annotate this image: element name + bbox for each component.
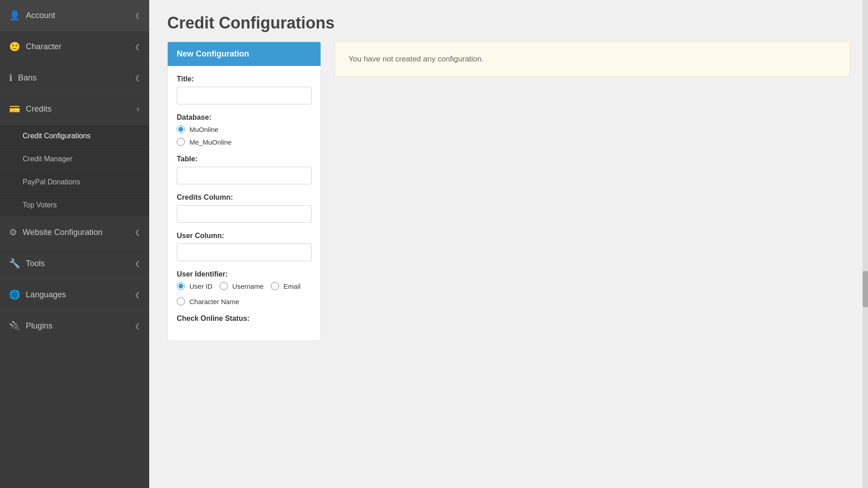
user-identifier-option-user-id[interactable]: User ID — [177, 282, 212, 290]
account-chevron: ❮ — [135, 12, 140, 19]
database-radio-me-muonline[interactable] — [177, 138, 185, 146]
check-online-label: Check Online Status: — [177, 314, 311, 323]
credits-icon: 💳 — [9, 103, 20, 114]
sidebar-item-bans-label: Bans — [18, 73, 37, 83]
database-radio-muonline[interactable] — [177, 125, 185, 133]
database-field-group: Database: MuOnline Me_MuOnline — [177, 113, 311, 146]
sidebar: 👤 Account ❮ 🙂 Character ❮ ℹ Bans ❮ 💳 Cre… — [0, 0, 149, 488]
user-identifier-username-label: Username — [232, 282, 264, 290]
config-panel-body: Title: Database: MuOnline Me_MuOnline — [168, 66, 321, 341]
sidebar-item-plugins-label: Plugins — [26, 321, 52, 331]
plugins-icon: 🔌 — [9, 320, 20, 331]
scrollbar-thumb[interactable] — [863, 271, 868, 307]
user-identifier-radio-row: User ID Username Email Character Na — [177, 282, 311, 305]
tools-icon: 🔧 — [9, 258, 20, 269]
sidebar-sub-credit-configurations[interactable]: Credit Configurations — [0, 125, 149, 148]
user-column-input[interactable] — [177, 244, 311, 261]
title-field-group: Title: — [177, 75, 311, 104]
sidebar-item-character-label: Character — [26, 42, 61, 52]
database-label: Database: — [177, 113, 311, 122]
user-column-field-group: User Column: — [177, 232, 311, 261]
tools-chevron: ❮ — [135, 260, 140, 267]
check-online-field-group: Check Online Status: — [177, 314, 311, 323]
title-label: Title: — [177, 75, 311, 83]
info-box-message: You have not created any configuration. — [349, 55, 484, 63]
main-content: Credit Configurations New Configuration … — [149, 0, 868, 488]
bans-chevron: ❮ — [135, 74, 140, 81]
page-title: Credit Configurations — [149, 0, 868, 42]
config-panel-header: New Configuration — [168, 42, 321, 66]
database-radio-group: MuOnline Me_MuOnline — [177, 125, 311, 146]
database-option-me-muonline[interactable]: Me_MuOnline — [177, 138, 311, 146]
character-chevron: ❮ — [135, 43, 140, 50]
user-identifier-user-id-label: User ID — [189, 282, 212, 290]
user-column-label: User Column: — [177, 232, 311, 240]
user-identifier-radio-user-id[interactable] — [177, 282, 185, 290]
bans-icon: ℹ — [9, 72, 13, 83]
user-identifier-character-name-label: Character Name — [189, 298, 239, 305]
table-input[interactable] — [177, 167, 311, 184]
plugins-chevron: ❮ — [135, 322, 140, 329]
user-identifier-label: User Identifier: — [177, 270, 311, 278]
user-identifier-radio-username[interactable] — [220, 282, 228, 290]
sidebar-item-plugins[interactable]: 🔌 Plugins ❮ — [0, 310, 149, 342]
user-identifier-radio-character-name[interactable] — [177, 297, 185, 305]
sidebar-item-website-configuration[interactable]: ⚙ Website Configuration ❮ — [0, 217, 149, 248]
table-field-group: Table: — [177, 155, 311, 184]
sidebar-item-languages-label: Languages — [26, 290, 66, 300]
sidebar-item-bans[interactable]: ℹ Bans ❮ — [0, 62, 149, 94]
website-configuration-chevron: ❮ — [135, 229, 140, 236]
database-option-muonline[interactable]: MuOnline — [177, 125, 311, 133]
sidebar-item-account[interactable]: 👤 Account ❮ — [0, 0, 149, 31]
user-identifier-option-character-name[interactable]: Character Name — [177, 297, 239, 305]
sidebar-sub-paypal-donations[interactable]: PayPal Donations — [0, 171, 149, 194]
content-area: New Configuration Title: Database: MuOnl… — [149, 42, 868, 359]
credits-column-field-group: Credits Column: — [177, 193, 311, 223]
languages-icon: 🌐 — [9, 289, 20, 300]
database-muonline-label: MuOnline — [189, 126, 218, 133]
sidebar-item-character[interactable]: 🙂 Character ❮ — [0, 31, 149, 62]
sidebar-item-tools[interactable]: 🔧 Tools ❮ — [0, 248, 149, 279]
table-label: Table: — [177, 155, 311, 163]
user-identifier-email-label: Email — [283, 282, 301, 290]
sidebar-item-credits-label: Credits — [26, 104, 52, 114]
sidebar-sub-top-voters[interactable]: Top Voters — [0, 194, 149, 217]
account-icon: 👤 — [9, 10, 20, 21]
user-identifier-option-email[interactable]: Email — [271, 282, 301, 290]
database-me-muonline-label: Me_MuOnline — [189, 138, 231, 146]
sidebar-item-credits[interactable]: 💳 Credits ∨ — [0, 94, 149, 125]
website-configuration-icon: ⚙ — [9, 227, 17, 238]
credits-column-label: Credits Column: — [177, 193, 311, 202]
sidebar-item-website-configuration-label: Website Configuration — [23, 228, 103, 237]
title-input[interactable] — [177, 87, 311, 104]
info-box: You have not created any configuration. — [335, 42, 850, 77]
scrollbar[interactable] — [863, 0, 868, 488]
sidebar-item-account-label: Account — [26, 11, 55, 20]
sidebar-item-tools-label: Tools — [26, 259, 45, 268]
character-icon: 🙂 — [9, 41, 20, 52]
languages-chevron: ❮ — [135, 291, 140, 298]
credits-submenu: Credit Configurations Credit Manager Pay… — [0, 125, 149, 217]
user-identifier-radio-email[interactable] — [271, 282, 279, 290]
new-configuration-panel: New Configuration Title: Database: MuOnl… — [167, 42, 321, 341]
sidebar-sub-credit-manager[interactable]: Credit Manager — [0, 148, 149, 171]
sidebar-item-languages[interactable]: 🌐 Languages ❮ — [0, 279, 149, 310]
credits-column-input[interactable] — [177, 205, 311, 223]
user-identifier-option-username[interactable]: Username — [220, 282, 264, 290]
user-identifier-field-group: User Identifier: User ID Username Ema — [177, 270, 311, 305]
credits-chevron: ∨ — [136, 105, 140, 113]
